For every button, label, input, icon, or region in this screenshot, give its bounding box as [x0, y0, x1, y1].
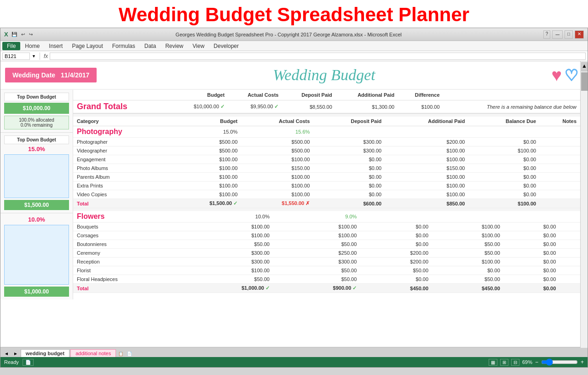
help-icon[interactable]: ? [543, 30, 551, 39]
item-actual: $100.00 [273, 231, 360, 240]
table-row: Parents Album$100.00$100.00$0.00$100.00$… [73, 173, 580, 182]
view-page-icon[interactable]: ⊟ [511, 359, 519, 366]
detail-col-balance: Balance Due [468, 117, 540, 126]
formula-input[interactable] [50, 53, 586, 60]
sidebar-flowers-blue-box [4, 225, 69, 285]
detail-col-header-row: Category Budget Actual Costs Deposit Pai… [73, 117, 580, 126]
menu-home[interactable]: Home [20, 42, 44, 50]
flowers-total-budget: $1,000.00 ✓ [174, 284, 273, 293]
item-actual: $500.00 [241, 146, 313, 155]
sheet-tab-icon-1[interactable]: 📋 [117, 351, 125, 357]
bottom-bar: ◄ ► wedding budget additional notes 📋 📄 … [0, 347, 588, 367]
flowers-total-balance: $0.00 [504, 284, 560, 293]
menu-view[interactable]: View [188, 42, 209, 50]
item-name: Corsages [73, 231, 174, 240]
item-budget: $100.00 [174, 182, 241, 190]
item-actual: $250.00 [273, 249, 360, 258]
cell-reference-input[interactable] [2, 53, 30, 60]
menu-developer[interactable]: Developer [209, 42, 243, 50]
title-bar-icons: 💾 ↩ ↪ [10, 31, 34, 37]
detail-col-deposit: Deposit Paid [313, 117, 385, 126]
photo-total-check-icon: ✓ [233, 200, 237, 206]
item-additional: $100.00 [385, 190, 468, 199]
minimize-icon[interactable]: ─ [552, 30, 563, 39]
sheet-tab-prev[interactable]: ◄ [2, 350, 11, 357]
col-header-notes-grand [444, 90, 580, 100]
table-row: Corsages$100.00$100.00$0.00$100.00$0.00 [73, 231, 580, 240]
photography-notes-empty [540, 126, 580, 138]
item-additional: $100.00 [432, 223, 504, 231]
restore-icon[interactable]: □ [565, 30, 573, 39]
scrollbar-vertical[interactable]: ▲ [580, 61, 588, 348]
table-row: Videographer$500.00$500.00$300.00$100.00… [73, 146, 580, 155]
photography-total-label: Total [73, 199, 174, 208]
menu-page-layout[interactable]: Page Layout [67, 42, 107, 50]
grand-difference-value: $100.00 [398, 100, 443, 114]
menu-review[interactable]: Review [161, 42, 188, 50]
sheet-tab-icon-2[interactable]: 📄 [126, 351, 133, 357]
sidebar-flowers-section: 10.0% $1,000.00 [0, 213, 73, 299]
redo-icon[interactable]: ↪ [28, 31, 34, 37]
flowers-notes-empty [559, 211, 580, 223]
sheet-tab-additional-notes[interactable]: additional notes [70, 349, 116, 357]
item-notes [540, 173, 580, 182]
item-name: Photographer [73, 138, 174, 146]
table-row: Floral Headpieces$50.00$50.00$0.00$50.00… [73, 275, 580, 284]
photography-deposit-empty [313, 126, 385, 138]
flowers-category-name: Flowers [77, 212, 104, 220]
item-deposit: $300.00 [313, 138, 385, 146]
zoom-in-icon[interactable]: + [581, 359, 584, 365]
table-row: Photographer$500.00$500.00$300.00$200.00… [73, 138, 580, 146]
table-row: Ceremony$300.00$250.00$200.00$50.00$0.00 [73, 249, 580, 258]
menu-bar: File Home Insert Page Layout Formulas Da… [0, 41, 588, 51]
table-row: Florist$100.00$50.00$50.00$0.00$0.00 [73, 266, 580, 275]
table-row: Video Copies$100.00$100.00$0.00$100.00$0… [73, 190, 580, 199]
flowers-total-row: Total $1,000.00 ✓ $900.00 ✓ $450.00 $450… [73, 284, 580, 293]
item-budget: $300.00 [174, 249, 273, 258]
item-additional: $100.00 [385, 155, 468, 164]
menu-file[interactable]: File [2, 42, 20, 50]
item-budget: $50.00 [174, 275, 273, 284]
status-page-icon[interactable]: 📄 [23, 359, 34, 366]
menu-insert[interactable]: Insert [44, 42, 67, 50]
item-actual: $150.00 [241, 164, 313, 173]
formula-separator [40, 53, 40, 60]
item-actual: $50.00 [273, 266, 360, 275]
menu-formulas[interactable]: Formulas [108, 42, 140, 50]
item-balance: $0.00 [468, 173, 540, 182]
item-balance: $0.00 [504, 249, 560, 258]
formula-dropdown-icon[interactable]: ▼ [32, 54, 36, 59]
view-normal-icon[interactable]: ▦ [489, 359, 497, 366]
menu-data[interactable]: Data [140, 42, 161, 50]
zoom-out-icon[interactable]: − [535, 359, 538, 365]
flowers-budget-pct: 10.0% [174, 211, 273, 223]
item-balance: $0.00 [504, 223, 560, 231]
item-balance: $0.00 [504, 231, 560, 240]
item-balance: $0.00 [504, 275, 560, 284]
zoom-slider[interactable] [541, 360, 578, 364]
item-name: Ceremony [73, 249, 174, 258]
item-actual: $100.00 [273, 223, 360, 231]
item-notes [540, 155, 580, 164]
sheet-tab-wedding-budget[interactable]: wedding budget [21, 349, 69, 357]
save-icon[interactable]: 💾 [10, 31, 18, 37]
item-additional: $50.00 [432, 249, 504, 258]
photography-total-budget: $1,500.00 ✓ [174, 199, 241, 208]
sheet-tab-next[interactable]: ► [12, 350, 20, 357]
main-content-area: Top Down Budget $10,000.00 100.0% alloca… [0, 90, 588, 299]
grand-deposit-value: $8,550.00 [282, 100, 335, 114]
item-deposit: $0.00 [360, 275, 432, 284]
close-icon[interactable]: ✕ [575, 30, 584, 39]
item-additional: $150.00 [385, 164, 468, 173]
col-header-actual: Actual Costs [228, 90, 282, 100]
undo-icon[interactable]: ↩ [20, 31, 26, 37]
item-notes [559, 231, 580, 240]
scroll-thumb[interactable] [581, 72, 588, 91]
view-layout-icon[interactable]: ⊞ [500, 359, 508, 366]
scroll-up-button[interactable]: ▲ [581, 62, 588, 71]
detail-col-budget: Budget [174, 117, 241, 126]
grand-totals-row: Grand Totals $10,000.00 ✓ $9,950.00 ✓ $8… [73, 100, 580, 114]
item-name: Reception [73, 258, 174, 266]
item-additional: $0.00 [432, 266, 504, 275]
item-deposit: $0.00 [313, 173, 385, 182]
